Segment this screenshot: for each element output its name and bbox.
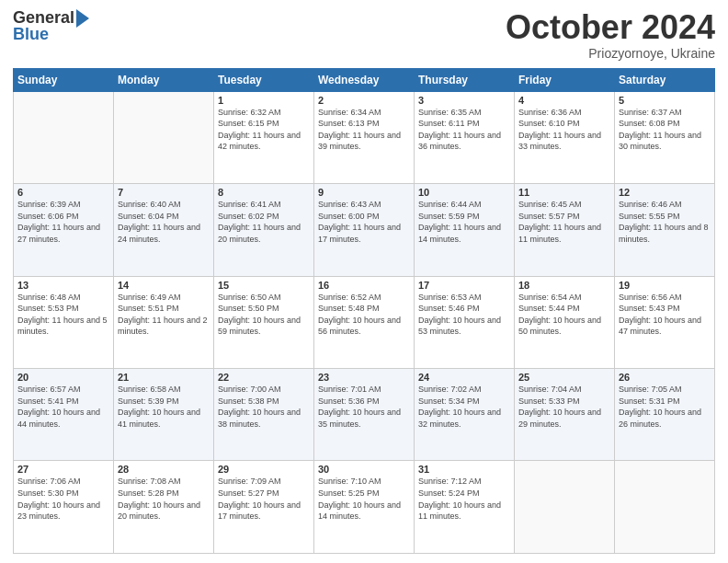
- calendar-cell: [114, 91, 214, 183]
- day-info: Sunrise: 6:36 AMSunset: 6:10 PMDaylight:…: [518, 107, 610, 153]
- day-info: Sunrise: 6:53 AMSunset: 5:46 PMDaylight:…: [418, 292, 510, 338]
- day-info: Sunrise: 7:09 AMSunset: 5:27 PMDaylight:…: [218, 476, 310, 522]
- weekday-header-sunday: Sunday: [14, 68, 114, 91]
- logo-text: General: [13, 9, 89, 26]
- day-info: Sunrise: 7:05 AMSunset: 5:31 PMDaylight:…: [619, 384, 711, 430]
- day-info: Sunrise: 6:43 AMSunset: 6:00 PMDaylight:…: [318, 199, 410, 245]
- day-info: Sunrise: 6:58 AMSunset: 5:39 PMDaylight:…: [118, 384, 210, 430]
- day-info: Sunrise: 6:41 AMSunset: 6:02 PMDaylight:…: [218, 199, 310, 245]
- day-info: Sunrise: 7:10 AMSunset: 5:25 PMDaylight:…: [318, 476, 410, 522]
- month-title: October 2024: [506, 9, 715, 46]
- day-number: 9: [318, 187, 410, 198]
- weekday-header-wednesday: Wednesday: [314, 68, 415, 91]
- location-subtitle: Priozyornoye, Ukraine: [506, 46, 715, 61]
- day-info: Sunrise: 6:52 AMSunset: 5:48 PMDaylight:…: [318, 292, 410, 338]
- day-info: Sunrise: 6:44 AMSunset: 5:59 PMDaylight:…: [418, 199, 510, 245]
- day-info: Sunrise: 6:48 AMSunset: 5:53 PMDaylight:…: [17, 292, 109, 338]
- logo-arrow-icon: [76, 9, 89, 28]
- page: General Blue October 2024 Priozyornoye, …: [0, 0, 728, 563]
- day-info: Sunrise: 6:50 AMSunset: 5:50 PMDaylight:…: [218, 292, 310, 338]
- day-info: Sunrise: 7:00 AMSunset: 5:38 PMDaylight:…: [218, 384, 310, 430]
- calendar-body: 1Sunrise: 6:32 AMSunset: 6:15 PMDaylight…: [14, 91, 715, 553]
- calendar-cell: 17Sunrise: 6:53 AMSunset: 5:46 PMDayligh…: [415, 276, 515, 368]
- day-info: Sunrise: 6:49 AMSunset: 5:51 PMDaylight:…: [118, 292, 210, 338]
- day-number: 18: [518, 280, 610, 291]
- calendar-week-row: 6Sunrise: 6:39 AMSunset: 6:06 PMDaylight…: [14, 184, 715, 276]
- calendar-cell: 11Sunrise: 6:45 AMSunset: 5:57 PMDayligh…: [515, 184, 615, 276]
- day-number: 13: [17, 280, 109, 291]
- calendar-cell: 15Sunrise: 6:50 AMSunset: 5:50 PMDayligh…: [214, 276, 314, 368]
- day-number: 1: [218, 95, 310, 106]
- calendar-cell: [615, 461, 715, 554]
- calendar-cell: 13Sunrise: 6:48 AMSunset: 5:53 PMDayligh…: [14, 276, 114, 368]
- day-number: 8: [218, 187, 310, 198]
- day-number: 11: [518, 187, 610, 198]
- calendar-table: SundayMondayTuesdayWednesdayThursdayFrid…: [13, 68, 715, 554]
- day-info: Sunrise: 6:54 AMSunset: 5:44 PMDaylight:…: [518, 292, 610, 338]
- day-number: 21: [118, 372, 210, 383]
- weekday-header-saturday: Saturday: [615, 68, 715, 91]
- calendar-week-row: 20Sunrise: 6:57 AMSunset: 5:41 PMDayligh…: [14, 369, 715, 461]
- day-info: Sunrise: 6:32 AMSunset: 6:15 PMDaylight:…: [218, 107, 310, 153]
- calendar-cell: 4Sunrise: 6:36 AMSunset: 6:10 PMDaylight…: [515, 91, 615, 183]
- calendar-cell: 19Sunrise: 6:56 AMSunset: 5:43 PMDayligh…: [615, 276, 715, 368]
- calendar-cell: 25Sunrise: 7:04 AMSunset: 5:33 PMDayligh…: [515, 369, 615, 461]
- logo-blue: Blue: [13, 26, 49, 42]
- day-number: 15: [218, 280, 310, 291]
- header: General Blue October 2024 Priozyornoye, …: [13, 9, 715, 61]
- day-number: 25: [518, 372, 610, 383]
- calendar-week-row: 27Sunrise: 7:06 AMSunset: 5:30 PMDayligh…: [14, 461, 715, 554]
- calendar-cell: 28Sunrise: 7:08 AMSunset: 5:28 PMDayligh…: [114, 461, 214, 554]
- calendar-cell: 26Sunrise: 7:05 AMSunset: 5:31 PMDayligh…: [615, 369, 715, 461]
- day-number: 5: [619, 95, 711, 106]
- day-info: Sunrise: 7:12 AMSunset: 5:24 PMDaylight:…: [418, 476, 510, 522]
- weekday-header-tuesday: Tuesday: [214, 68, 314, 91]
- weekday-header-friday: Friday: [515, 68, 615, 91]
- calendar-cell: 27Sunrise: 7:06 AMSunset: 5:30 PMDayligh…: [14, 461, 114, 554]
- calendar-cell: 1Sunrise: 6:32 AMSunset: 6:15 PMDaylight…: [214, 91, 314, 183]
- weekday-header-monday: Monday: [114, 68, 214, 91]
- calendar-cell: 29Sunrise: 7:09 AMSunset: 5:27 PMDayligh…: [214, 461, 314, 554]
- title-block: October 2024 Priozyornoye, Ukraine: [506, 9, 715, 61]
- calendar-week-row: 13Sunrise: 6:48 AMSunset: 5:53 PMDayligh…: [14, 276, 715, 368]
- day-number: 26: [619, 372, 711, 383]
- day-info: Sunrise: 6:39 AMSunset: 6:06 PMDaylight:…: [17, 199, 109, 245]
- day-number: 19: [619, 280, 711, 291]
- calendar-cell: 21Sunrise: 6:58 AMSunset: 5:39 PMDayligh…: [114, 369, 214, 461]
- calendar-week-row: 1Sunrise: 6:32 AMSunset: 6:15 PMDaylight…: [14, 91, 715, 183]
- day-number: 3: [418, 95, 510, 106]
- day-number: 27: [17, 464, 109, 475]
- day-number: 14: [118, 280, 210, 291]
- day-info: Sunrise: 7:01 AMSunset: 5:36 PMDaylight:…: [318, 384, 410, 430]
- day-number: 29: [218, 464, 310, 475]
- day-info: Sunrise: 6:45 AMSunset: 5:57 PMDaylight:…: [518, 199, 610, 245]
- calendar-cell: 22Sunrise: 7:00 AMSunset: 5:38 PMDayligh…: [214, 369, 314, 461]
- day-number: 24: [418, 372, 510, 383]
- day-number: 4: [518, 95, 610, 106]
- day-info: Sunrise: 6:37 AMSunset: 6:08 PMDaylight:…: [619, 107, 711, 153]
- calendar-cell: [515, 461, 615, 554]
- calendar-cell: 10Sunrise: 6:44 AMSunset: 5:59 PMDayligh…: [415, 184, 515, 276]
- day-number: 10: [418, 187, 510, 198]
- day-number: 23: [318, 372, 410, 383]
- day-info: Sunrise: 6:34 AMSunset: 6:13 PMDaylight:…: [318, 107, 410, 153]
- calendar-cell: 3Sunrise: 6:35 AMSunset: 6:11 PMDaylight…: [415, 91, 515, 183]
- day-number: 30: [318, 464, 410, 475]
- day-number: 22: [218, 372, 310, 383]
- calendar-cell: 31Sunrise: 7:12 AMSunset: 5:24 PMDayligh…: [415, 461, 515, 554]
- calendar-cell: 24Sunrise: 7:02 AMSunset: 5:34 PMDayligh…: [415, 369, 515, 461]
- calendar-cell: 14Sunrise: 6:49 AMSunset: 5:51 PMDayligh…: [114, 276, 214, 368]
- day-info: Sunrise: 6:40 AMSunset: 6:04 PMDaylight:…: [118, 199, 210, 245]
- day-info: Sunrise: 6:56 AMSunset: 5:43 PMDaylight:…: [619, 292, 711, 338]
- day-number: 17: [418, 280, 510, 291]
- calendar-cell: 16Sunrise: 6:52 AMSunset: 5:48 PMDayligh…: [314, 276, 415, 368]
- day-info: Sunrise: 7:02 AMSunset: 5:34 PMDaylight:…: [418, 384, 510, 430]
- calendar-cell: 2Sunrise: 6:34 AMSunset: 6:13 PMDaylight…: [314, 91, 415, 183]
- day-number: 12: [619, 187, 711, 198]
- calendar-cell: 18Sunrise: 6:54 AMSunset: 5:44 PMDayligh…: [515, 276, 615, 368]
- day-number: 2: [318, 95, 410, 106]
- day-info: Sunrise: 6:35 AMSunset: 6:11 PMDaylight:…: [418, 107, 510, 153]
- day-info: Sunrise: 6:57 AMSunset: 5:41 PMDaylight:…: [17, 384, 109, 430]
- day-number: 6: [17, 187, 109, 198]
- logo-general: General: [13, 9, 74, 26]
